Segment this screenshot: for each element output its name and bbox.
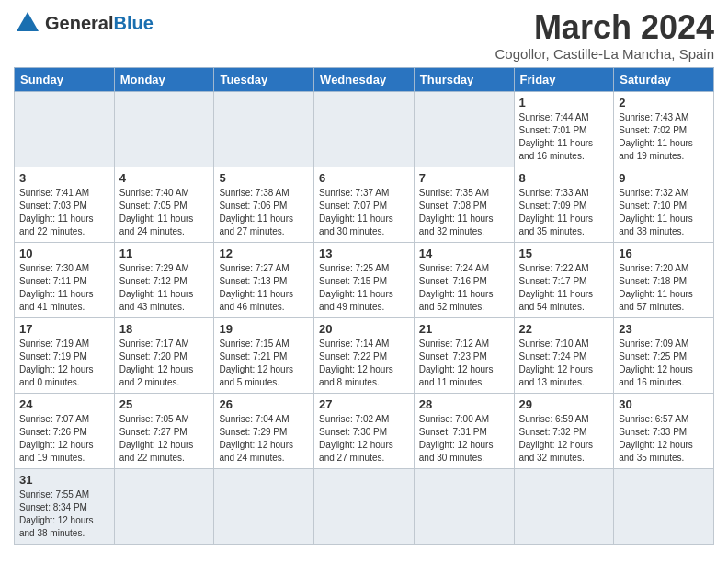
logo: GeneralBlue: [14, 9, 154, 37]
generalblue-logo-icon: [14, 9, 41, 37]
empty-cell-w1-tue: [214, 91, 314, 167]
title-section: March 2024 Cogollor, Castille-La Mancha,…: [495, 9, 714, 62]
day-30: 30 Sunrise: 6:57 AMSunset: 7:33 PMDaylig…: [614, 393, 714, 468]
header-sunday: Sunday: [15, 67, 115, 91]
calendar-subtitle: Cogollor, Castille-La Mancha, Spain: [495, 46, 714, 62]
empty-cell-w6-tue: [214, 468, 314, 544]
day-6: 6 Sunrise: 7:37 AMSunset: 7:07 PMDayligh…: [314, 167, 415, 242]
week-row-4: 17 Sunrise: 7:19 AMSunset: 7:19 PMDaylig…: [15, 317, 714, 393]
empty-cell-w6-mon: [114, 468, 214, 544]
weekday-header-row: Sunday Monday Tuesday Wednesday Thursday…: [15, 67, 714, 91]
header-friday: Friday: [514, 67, 614, 91]
week-row-5: 24 Sunrise: 7:07 AMSunset: 7:26 PMDaylig…: [15, 393, 714, 468]
day-3: 3 Sunrise: 7:41 AMSunset: 7:03 PMDayligh…: [15, 167, 115, 242]
empty-cell-w1-thu: [414, 91, 514, 167]
day-22: 22 Sunrise: 7:10 AMSunset: 7:24 PMDaylig…: [514, 317, 614, 393]
day-15: 15 Sunrise: 7:22 AMSunset: 7:17 PMDaylig…: [514, 242, 614, 317]
day-16: 16 Sunrise: 7:20 AMSunset: 7:18 PMDaylig…: [614, 242, 714, 317]
day-27: 27 Sunrise: 7:02 AMSunset: 7:30 PMDaylig…: [314, 393, 415, 468]
empty-cell-w6-fri: [514, 468, 614, 544]
calendar-title: March 2024: [495, 9, 714, 46]
week-row-6 week-row-last: 31 Sunrise: 7:55 AMSunset: 8:34 PMDaylig…: [15, 468, 714, 544]
day-21: 21 Sunrise: 7:12 AMSunset: 7:23 PMDaylig…: [414, 317, 514, 393]
header-section: GeneralBlue March 2024 Cogollor, Castill…: [14, 9, 714, 62]
header-thursday: Thursday: [414, 67, 514, 91]
day-11: 11 Sunrise: 7:29 AMSunset: 7:12 PMDaylig…: [114, 242, 214, 317]
day-24: 24 Sunrise: 7:07 AMSunset: 7:26 PMDaylig…: [15, 393, 115, 468]
day-9: 9 Sunrise: 7:32 AMSunset: 7:10 PMDayligh…: [614, 167, 714, 242]
day-8: 8 Sunrise: 7:33 AMSunset: 7:09 PMDayligh…: [514, 167, 614, 242]
empty-cell-w6-sat: [614, 468, 714, 544]
day-1: 1 Sunrise: 7:44 AMSunset: 7:01 PMDayligh…: [514, 91, 614, 167]
calendar-table: Sunday Monday Tuesday Wednesday Thursday…: [14, 67, 714, 545]
empty-cell-w6-thu: [414, 468, 514, 544]
header-monday: Monday: [114, 67, 214, 91]
day-28: 28 Sunrise: 7:00 AMSunset: 7:31 PMDaylig…: [414, 393, 514, 468]
day-5: 5 Sunrise: 7:38 AMSunset: 7:06 PMDayligh…: [214, 167, 314, 242]
day-19: 19 Sunrise: 7:15 AMSunset: 7:21 PMDaylig…: [214, 317, 314, 393]
empty-cell-w6-wed: [314, 468, 415, 544]
week-row-3: 10 Sunrise: 7:30 AMSunset: 7:11 PMDaylig…: [15, 242, 714, 317]
empty-cell-w1-mon: [114, 91, 214, 167]
logo-text: GeneralBlue: [45, 14, 154, 32]
day-20: 20 Sunrise: 7:14 AMSunset: 7:22 PMDaylig…: [314, 317, 415, 393]
week-row-2: 3 Sunrise: 7:41 AMSunset: 7:03 PMDayligh…: [15, 167, 714, 242]
header-wednesday: Wednesday: [314, 67, 415, 91]
svg-marker-0: [17, 12, 39, 31]
day-14: 14 Sunrise: 7:24 AMSunset: 7:16 PMDaylig…: [414, 242, 514, 317]
day-17: 17 Sunrise: 7:19 AMSunset: 7:19 PMDaylig…: [15, 317, 115, 393]
day-29: 29 Sunrise: 6:59 AMSunset: 7:32 PMDaylig…: [514, 393, 614, 468]
header-saturday: Saturday: [614, 67, 714, 91]
day-18: 18 Sunrise: 7:17 AMSunset: 7:20 PMDaylig…: [114, 317, 214, 393]
day-2: 2 Sunrise: 7:43 AMSunset: 7:02 PMDayligh…: [614, 91, 714, 167]
day-31: 31 Sunrise: 7:55 AMSunset: 8:34 PMDaylig…: [15, 468, 115, 544]
header-tuesday: Tuesday: [214, 67, 314, 91]
day-25: 25 Sunrise: 7:05 AMSunset: 7:27 PMDaylig…: [114, 393, 214, 468]
week-row-1: 1 Sunrise: 7:44 AMSunset: 7:01 PMDayligh…: [15, 91, 714, 167]
empty-cell-w1-sun: [15, 91, 115, 167]
day-12: 12 Sunrise: 7:27 AMSunset: 7:13 PMDaylig…: [214, 242, 314, 317]
day-23: 23 Sunrise: 7:09 AMSunset: 7:25 PMDaylig…: [614, 317, 714, 393]
day-26: 26 Sunrise: 7:04 AMSunset: 7:29 PMDaylig…: [214, 393, 314, 468]
empty-cell-w1-wed: [314, 91, 415, 167]
day-13: 13 Sunrise: 7:25 AMSunset: 7:15 PMDaylig…: [314, 242, 415, 317]
day-7: 7 Sunrise: 7:35 AMSunset: 7:08 PMDayligh…: [414, 167, 514, 242]
day-10: 10 Sunrise: 7:30 AMSunset: 7:11 PMDaylig…: [15, 242, 115, 317]
day-4: 4 Sunrise: 7:40 AMSunset: 7:05 PMDayligh…: [114, 167, 214, 242]
